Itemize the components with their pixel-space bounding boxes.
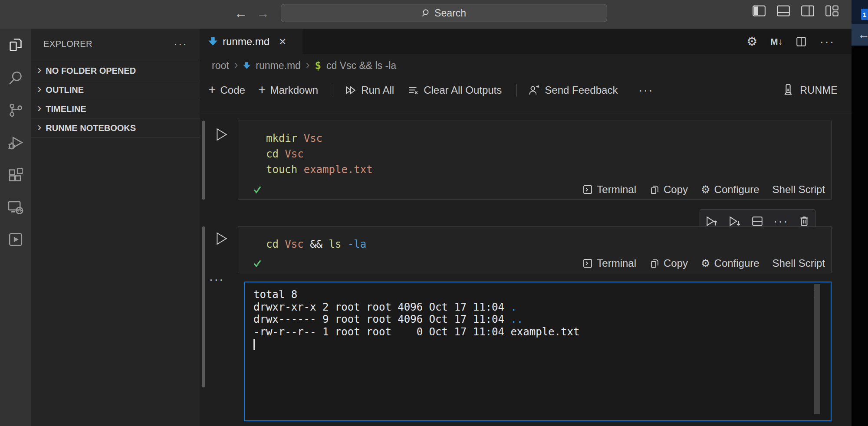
cell-2-status-bar: Terminal Copy ⚙ Configure Shell Script xyxy=(238,254,831,273)
section-label: NO FOLDER OPENED xyxy=(46,66,136,76)
cell-output-terminal[interactable]: total 8drwxr-xr-x 2 root root 4096 Oct 1… xyxy=(244,282,832,421)
sidebar-section-no-folder-opened[interactable]: ›NO FOLDER OPENED xyxy=(31,61,200,80)
cell-focus-indicator[interactable] xyxy=(202,226,205,387)
kernel-picker[interactable]: RUNME xyxy=(783,84,838,97)
code-line: -rw-r--r-- 1 root root 0 Oct 17 11:04 ex… xyxy=(253,326,831,338)
chevron-collapsed-icon: › xyxy=(37,123,41,131)
output-more-actions-icon[interactable]: ··· xyxy=(209,277,224,282)
activity-extensions[interactable] xyxy=(0,162,31,188)
breadcrumb-file[interactable]: runme.md xyxy=(256,60,301,72)
terminal-button[interactable]: Terminal xyxy=(582,184,636,196)
copy-icon xyxy=(649,258,660,269)
chevron-right-icon: › xyxy=(234,58,238,72)
cell-2-code-editor[interactable]: cd Vsc && ls -la xyxy=(238,227,831,254)
editor-group: runme.md × ⚙ M↓ ··· root › runme.md › $ … xyxy=(200,29,852,426)
cell-focus-indicator[interactable] xyxy=(202,121,205,200)
cell-language-picker[interactable]: Shell Script xyxy=(773,257,825,269)
sidebar-title: EXPLORER xyxy=(43,39,92,49)
split-cell-icon[interactable] xyxy=(751,216,763,227)
split-editor-icon[interactable] xyxy=(796,36,807,47)
run-all-label: Run All xyxy=(361,84,394,96)
send-feedback-label: Send Feedback xyxy=(545,84,618,96)
shell-symbol: $ xyxy=(315,59,321,72)
toggle-sidebar-icon[interactable] xyxy=(753,5,766,16)
cell-more-actions-icon[interactable]: ··· xyxy=(773,219,789,223)
sidebar-more-actions[interactable]: ··· xyxy=(174,39,187,48)
activity-runme[interactable] xyxy=(0,226,31,252)
sidebar-section-timeline[interactable]: ›TIMELINE xyxy=(31,99,200,118)
run-cell-button[interactable] xyxy=(216,232,228,246)
play-icon xyxy=(216,232,228,246)
add-code-button[interactable]: + Code xyxy=(208,82,245,98)
markdown-preview-icon[interactable]: M↓ xyxy=(770,36,783,47)
run-all-button[interactable]: Run All xyxy=(345,84,394,96)
adjacent-back-arrow-icon: ← xyxy=(858,28,868,42)
run-debug-icon xyxy=(7,135,24,151)
activity-explorer[interactable] xyxy=(0,32,31,58)
runme-kernel-icon xyxy=(783,84,794,97)
terminal-cursor-line xyxy=(253,338,831,351)
cell-language-picker[interactable]: Shell Script xyxy=(773,184,825,196)
code-cell-1: mkdir Vsccd Vsctouch example.txt Termina… xyxy=(238,121,832,200)
runme-notebook-icon xyxy=(8,232,23,247)
success-check-icon xyxy=(253,186,262,193)
adjacent-window-sliver: 1 ← xyxy=(852,0,868,426)
copy-button[interactable]: Copy xyxy=(649,257,688,269)
activity-bar xyxy=(0,29,31,426)
gear-icon: ⚙ xyxy=(701,257,710,269)
breadcrumb-command[interactable]: cd Vsc && ls -la xyxy=(326,60,396,72)
runme-file-icon xyxy=(208,37,217,46)
delete-cell-icon[interactable] xyxy=(799,215,810,227)
toggle-secondary-sidebar-icon[interactable] xyxy=(801,5,814,16)
sidebar-explorer: EXPLORER ··· ›NO FOLDER OPENED›OUTLINE›T… xyxy=(31,29,200,426)
activity-remote-explorer[interactable] xyxy=(0,194,31,220)
adjacent-window-tab-area: 1 xyxy=(852,0,868,24)
sidebar-header: EXPLORER ··· xyxy=(31,29,200,59)
customize-layout-icon[interactable] xyxy=(825,5,838,16)
toggle-panel-icon[interactable] xyxy=(777,5,790,16)
sidebar-section-runme-notebooks[interactable]: ›RUNME NOTEBOOKS xyxy=(31,118,200,138)
editor-more-actions-icon[interactable]: ··· xyxy=(820,39,835,44)
breadcrumb-root[interactable]: root xyxy=(212,60,229,72)
clear-all-outputs-button[interactable]: Clear All Outputs xyxy=(407,84,502,96)
run-cell-button[interactable] xyxy=(216,128,228,141)
sidebar-section-outline[interactable]: ›OUTLINE xyxy=(31,80,200,99)
nav-forward-button[interactable]: → xyxy=(256,6,270,21)
play-icon xyxy=(216,128,228,141)
editor-settings-gear-icon[interactable]: ⚙ xyxy=(746,34,757,49)
tab-close-icon[interactable]: × xyxy=(279,35,286,49)
chevron-collapsed-icon: › xyxy=(37,66,41,74)
extensions-icon xyxy=(8,167,23,183)
terminal-button[interactable]: Terminal xyxy=(582,257,636,269)
run-all-icon xyxy=(345,84,357,96)
code-cell-2: cd Vsc && ls -la Terminal Copy xyxy=(238,226,832,273)
cell-1-code-editor[interactable]: mkdir Vsccd Vsctouch example.txt xyxy=(238,121,831,180)
title-bar: ← → Search xyxy=(0,0,852,29)
send-feedback-button[interactable]: Send Feedback xyxy=(528,84,618,96)
remote-explorer-icon xyxy=(7,199,24,216)
notebook-more-actions-icon[interactable]: ··· xyxy=(638,88,654,92)
copy-button[interactable]: Copy xyxy=(649,184,688,196)
configure-button[interactable]: ⚙ Configure xyxy=(701,184,760,196)
plus-icon: + xyxy=(258,82,266,97)
activity-search[interactable] xyxy=(0,65,31,91)
nav-back-button[interactable]: ← xyxy=(234,6,247,21)
files-icon xyxy=(8,37,23,53)
add-markdown-label: Markdown xyxy=(270,84,318,96)
feedback-person-icon xyxy=(528,84,540,96)
activity-source-control[interactable] xyxy=(0,97,31,123)
execute-below-icon[interactable] xyxy=(728,215,741,227)
terminal-output-text: total 8drwxr-xr-x 2 root root 4096 Oct 1… xyxy=(245,282,831,351)
output-scrollbar[interactable] xyxy=(814,284,820,414)
search-icon xyxy=(422,9,431,17)
breadcrumb: root › runme.md › $ cd Vsc && ls -la xyxy=(200,54,852,77)
add-markdown-button[interactable]: + Markdown xyxy=(258,82,318,98)
chevron-collapsed-icon: › xyxy=(37,104,41,112)
execute-above-icon[interactable] xyxy=(705,215,718,227)
browser-favicon: 1 xyxy=(861,9,868,20)
tab-runme-md[interactable]: runme.md × xyxy=(200,29,302,54)
section-label: OUTLINE xyxy=(46,85,84,95)
configure-button[interactable]: ⚙ Configure xyxy=(701,257,760,269)
activity-run-debug[interactable] xyxy=(0,130,31,156)
command-center-search[interactable]: Search xyxy=(281,4,607,22)
